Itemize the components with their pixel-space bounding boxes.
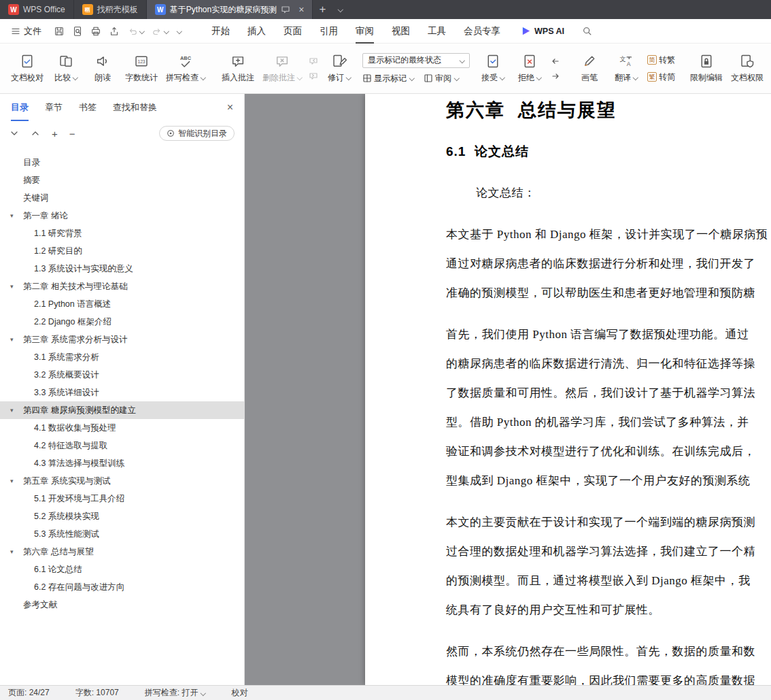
menu-item-view[interactable]: 视图 [392,19,410,44]
sidebar-tab-find-replace[interactable]: 查找和替换 [113,94,157,121]
toc-item[interactable]: 5.2 系统模块实现 [0,507,244,525]
sidebar-tab-chapters[interactable]: 章节 [45,94,63,121]
paragraph: 论文总结： [446,178,771,207]
status-word-count[interactable]: 字数: 10707 [75,687,119,699]
reject-change-button[interactable]: 拒绝 [512,51,547,86]
toc-item[interactable]: 1.2 研究目的 [0,242,244,260]
search-icon[interactable] [582,26,593,37]
show-markup-button[interactable]: 显示标记 [362,73,414,84]
prev-change-button[interactable] [551,56,560,66]
chevron-down-icon[interactable]: ▾ [10,548,14,555]
toc-item[interactable]: 关键词 [0,189,244,207]
chevron-down-icon[interactable]: ▾ [10,336,14,343]
track-changes-button[interactable]: 修订 [322,51,357,86]
restrict-editing-button[interactable]: 限制编辑 [687,51,726,86]
status-spellcheck[interactable]: 拼写检查: 打开 [145,687,206,699]
markup-state-select[interactable]: 显示标记的最终状态 [362,53,470,68]
toc-item[interactable]: ▾第六章 总结与展望 [0,543,244,561]
toc-item[interactable]: ▾第三章 系统需求分析与设计 [0,331,244,348]
close-sidebar-icon[interactable]: × [227,101,233,114]
paragraph: 本文的主要贡献在于设计和实现了一个端到端的糖尿病预测 过合理的数据处理和机器学习… [446,507,771,624]
print-button[interactable] [90,26,101,37]
chevron-down-icon[interactable]: ▾ [10,283,14,290]
toc-item[interactable]: 5.1 开发环境与工具介绍 [0,490,244,507]
next-comment-button[interactable] [309,71,318,81]
chevron-down-icon[interactable]: ▾ [10,212,14,219]
chevron-down-icon[interactable]: ▾ [10,478,14,484]
next-comment-icon [309,71,318,81]
print-preview-button[interactable] [72,26,83,37]
menu-item-tools[interactable]: 工具 [428,19,446,44]
insert-comment-button[interactable]: 插入批注 [218,51,258,86]
to-traditional-button[interactable]: 简 转繁 [647,54,675,66]
toc-item[interactable]: 4.2 特征选取与提取 [0,437,244,454]
status-page-indicator[interactable]: 页面: 24/27 [8,687,50,699]
sidebar-tab-bookmarks[interactable]: 书签 [79,94,97,121]
toc-item[interactable]: 参考文献 [0,596,244,614]
menu-item-reference[interactable]: 引用 [320,19,338,44]
svg-text:ABC: ABC [180,55,192,61]
next-change-button[interactable] [551,71,560,81]
prev-comment-button[interactable] [309,56,318,66]
doc-permission-button[interactable]: 文档权限 [727,51,767,86]
close-tab-icon[interactable]: × [298,5,304,14]
toolbar-more-button[interactable] [176,29,182,34]
tab-list-chevron-icon[interactable] [332,0,348,19]
chevron-down-icon[interactable]: ▾ [10,407,14,414]
toc-item[interactable]: 2.1 Python 语言概述 [0,295,244,313]
file-menu-button[interactable]: 文件 [7,25,46,37]
doc-proofread-button[interactable]: 文档校对 [7,51,47,86]
word-doc-icon: W [155,4,166,15]
toc-item[interactable]: 1.3 系统设计与实现的意义 [0,260,244,278]
compare-button[interactable]: 比较 [48,51,84,86]
collapse-all-button[interactable] [31,129,40,138]
accept-change-button[interactable]: 接受 [475,51,511,86]
translate-button[interactable]: 文A 翻译 [609,51,644,86]
status-proofread[interactable]: 校对 [231,687,247,699]
sidebar-tab-toc[interactable]: 目录 [11,94,29,121]
menu-item-membership[interactable]: 会员专享 [464,19,500,44]
tab-label: 基于Python实现的糖尿病预测 [170,4,277,16]
read-aloud-button[interactable]: 朗读 [85,51,120,86]
smart-toc-button[interactable]: 智能识别目录 [159,126,235,141]
toc-item[interactable]: ▾第五章 系统实现与测试 [0,472,244,490]
spell-check-button[interactable]: ABC 拼写检查 [162,51,209,86]
toc-item[interactable]: ▾第二章 相关技术与理论基础 [0,278,244,295]
toc-item[interactable]: ▾第一章 绪论 [0,207,244,224]
toc-item[interactable]: 6.1 论文总结 [0,561,244,578]
toc-item-selected[interactable]: ▾第四章 糖尿病预测模型的建立 [0,401,244,419]
toc-item[interactable]: 5.3 系统性能测试 [0,525,244,543]
document-page[interactable]: 第六章 总结与展望 6.1 论文总结 论文总结： 本文基于 Python 和 D… [365,94,771,685]
new-tab-button[interactable]: + [313,0,332,19]
toc-item[interactable]: 1.1 研究背景 [0,224,244,242]
ink-pen-button[interactable]: 画笔 [572,51,607,86]
toc-item[interactable]: 3.2 系统概要设计 [0,366,244,384]
menu-item-review[interactable]: 审阅 [356,19,374,44]
review-pane-button[interactable]: 审阅 [424,73,459,84]
toc-item[interactable]: 3.3 系统详细设计 [0,384,244,401]
toc-item[interactable]: 摘要 [0,171,244,189]
wps-ai-button[interactable]: WPS AI [521,26,564,36]
word-count-button[interactable]: 123 字数统计 [122,51,161,86]
menu-item-start[interactable]: 开始 [211,19,230,44]
redo-button[interactable] [152,26,169,37]
toc-item[interactable]: 6.2 存在问题与改进方向 [0,578,244,596]
menu-item-insert[interactable]: 插入 [247,19,266,44]
zoom-in-button[interactable]: + [52,129,58,139]
to-simplified-button[interactable]: 繁 转简 [647,71,675,83]
toc-item[interactable]: 2.2 Django 框架介绍 [0,313,244,331]
zoom-out-button[interactable]: − [69,129,75,139]
menu-item-page[interactable]: 页面 [284,19,302,44]
undo-button[interactable] [127,26,144,37]
tab-document[interactable]: W 基于Python实现的糖尿病预测 × [147,0,313,19]
export-pdf-button[interactable] [109,26,120,37]
toc-item[interactable]: 3.1 系统需求分析 [0,348,244,366]
tab-wps-home[interactable]: W WPS Office [0,0,74,19]
toc-item[interactable]: 4.1 数据收集与预处理 [0,419,244,437]
tab-docer-templates[interactable]: 稻 找稻壳模板 [74,0,147,19]
toc-item[interactable]: 4.3 算法选择与模型训练 [0,454,244,472]
save-button[interactable] [54,26,65,37]
delete-comment-button[interactable]: 删除批注 [259,51,305,86]
toc-item[interactable]: 目录 [0,154,244,171]
expand-all-button[interactable] [10,129,19,138]
